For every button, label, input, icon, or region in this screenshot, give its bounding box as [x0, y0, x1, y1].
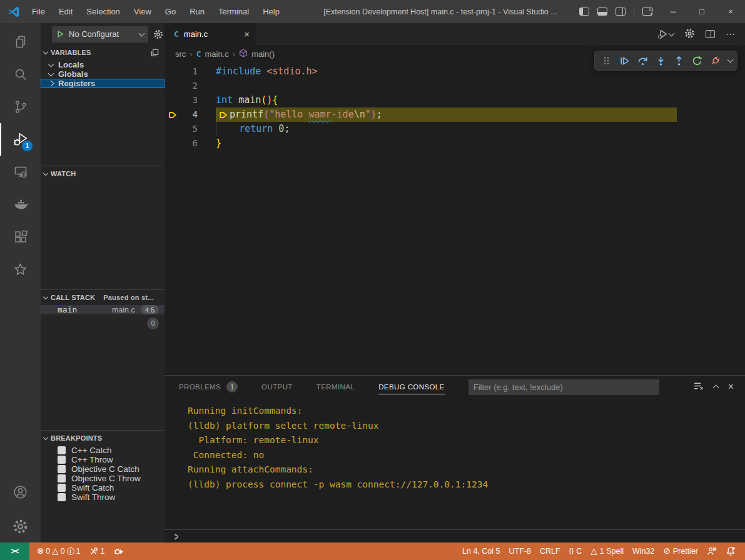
toolbar-gripper-icon[interactable] [599, 53, 614, 68]
breakpoint-checkbox[interactable] [58, 474, 66, 482]
step-over-button[interactable] [636, 53, 650, 68]
breakpoint-zone[interactable] [165, 79, 181, 93]
remote-indicator[interactable]: >< [0, 542, 29, 560]
breakpoint-zone[interactable] [165, 122, 181, 136]
spell-checker-status[interactable]: △ 1 Spell [586, 547, 628, 556]
split-editor-icon[interactable] [706, 30, 715, 38]
eol-sequence[interactable]: CRLF [535, 547, 565, 556]
activity-source-control-icon[interactable] [0, 91, 41, 123]
panel-tab-problems[interactable]: PROBLEMS1 [179, 376, 238, 398]
activity-extensions-icon[interactable] [0, 221, 41, 253]
close-button[interactable]: × [716, 0, 745, 23]
breakpoint-zone[interactable] [165, 136, 181, 151]
breakpoint-row[interactable]: Swift Throw [41, 492, 165, 502]
gutter[interactable]: 4 [165, 108, 216, 122]
activity-explorer-icon[interactable] [0, 26, 41, 58]
watch-header[interactable]: WATCH [41, 166, 165, 181]
breakpoints-header[interactable]: BREAKPOINTS [41, 431, 165, 446]
customize-layout-icon[interactable] [642, 8, 652, 16]
breakpoint-checkbox[interactable] [58, 493, 66, 501]
gutter[interactable]: 6 [165, 136, 216, 151]
call-stack-frame[interactable]: mainmain.c4:5 [41, 305, 165, 314]
menu-view[interactable]: View [127, 0, 158, 23]
call-stack-header[interactable]: CALL STACK Paused on st... [41, 290, 165, 305]
editor-area[interactable]: src › C main.c › main() [165, 45, 745, 375]
disconnect-button[interactable] [708, 53, 722, 68]
menu-help[interactable]: Help [256, 0, 286, 23]
step-into-button[interactable] [654, 53, 668, 68]
notifications-status[interactable] [721, 546, 740, 556]
panel-tab-debug-console[interactable]: DEBUG CONSOLE [378, 376, 445, 398]
breakpoint-row[interactable]: Swift Catch [41, 483, 165, 492]
continue-button[interactable] [617, 53, 632, 68]
language-mode[interactable]: {} C [565, 547, 587, 556]
gutter[interactable]: 3 [165, 93, 216, 108]
gutter[interactable]: 5 [165, 122, 216, 136]
code-lines[interactable]: 1#include <stdio.h>23int main(){4printf(… [165, 62, 745, 375]
breakpoint-row[interactable]: Objective C Catch [41, 464, 165, 474]
minimize-button[interactable]: ─ [659, 0, 687, 23]
editor-settings-gear-icon[interactable] [684, 28, 695, 41]
breakpoint-checkbox[interactable] [58, 446, 66, 454]
activity-settings-gear-icon[interactable] [0, 510, 41, 542]
tab-main-c[interactable]: C main.c × [165, 23, 256, 45]
activity-star-icon[interactable] [0, 253, 41, 286]
more-actions-icon[interactable]: ⋯ [726, 29, 736, 40]
panel-tab-terminal[interactable]: TERMINAL [317, 376, 355, 398]
menu-edit[interactable]: Edit [52, 0, 79, 23]
clear-console-icon[interactable] [693, 381, 704, 393]
menu-file[interactable]: File [25, 0, 52, 23]
breakpoint-row[interactable]: Objective C Throw [41, 474, 165, 483]
menu-terminal[interactable]: Terminal [211, 0, 256, 23]
debug-status[interactable] [109, 542, 128, 560]
gutter[interactable]: 1 [165, 64, 216, 79]
console-filter-input[interactable] [469, 379, 659, 395]
menu-run[interactable]: Run [183, 0, 211, 23]
breakpoint-row[interactable]: C++ Throw [41, 455, 165, 464]
breakpoint-row[interactable]: C++ Catch [41, 446, 165, 455]
activity-search-icon[interactable] [0, 58, 41, 91]
maximize-button[interactable]: □ [687, 0, 716, 23]
activity-account-icon[interactable] [0, 478, 41, 510]
toggle-secondary-sidebar-icon[interactable] [616, 8, 626, 16]
variables-item-globals[interactable]: Globals [41, 69, 165, 79]
debug-config-dropdown[interactable]: No Configurat [52, 26, 148, 42]
breakpoint-checkbox[interactable] [58, 484, 66, 492]
debug-settings-gear-icon[interactable] [153, 29, 163, 39]
step-out-button[interactable] [672, 53, 686, 68]
encoding[interactable]: UTF-8 [505, 547, 535, 556]
toolbar-chevron-down-icon[interactable] [727, 57, 734, 63]
run-or-debug-button[interactable] [657, 29, 674, 39]
variables-header[interactable]: VARIABLES [41, 45, 165, 60]
activity-remote-explorer-icon[interactable] [0, 156, 41, 188]
debug-console-input[interactable]: > [165, 529, 745, 542]
breakpoint-checkbox[interactable] [58, 465, 66, 473]
tools-status[interactable]: 1 [84, 542, 109, 560]
breadcrumb-file[interactable]: main.c [205, 49, 229, 59]
collapse-all-icon[interactable] [150, 48, 160, 58]
tab-close-icon[interactable]: × [244, 29, 250, 39]
formatter-status[interactable]: ⊘ Prettier [659, 547, 702, 556]
activity-run-debug-icon[interactable]: 1 [0, 123, 41, 156]
menu-go[interactable]: Go [158, 0, 183, 23]
close-panel-icon[interactable]: × [728, 381, 734, 392]
breakpoint-checkbox[interactable] [58, 456, 66, 464]
restart-button[interactable] [690, 53, 704, 68]
debug-console-output[interactable]: Running initCommands:(lldb) platform sel… [165, 398, 745, 529]
debug-current-line-arrow-icon[interactable] [165, 108, 181, 122]
platform-status[interactable]: Win32 [628, 547, 659, 556]
variables-item-locals[interactable]: Locals [41, 60, 165, 69]
breakpoint-zone[interactable] [165, 93, 181, 108]
activity-docker-icon[interactable] [0, 188, 41, 221]
menu-selection[interactable]: Selection [79, 0, 126, 23]
problems-status[interactable]: ⊗ 0 △ 0 i 1 [33, 547, 84, 556]
breadcrumb-src[interactable]: src [175, 49, 186, 59]
maximize-panel-icon[interactable] [712, 385, 719, 391]
toggle-sidebar-icon[interactable] [579, 8, 589, 16]
feedback-status[interactable] [702, 546, 721, 556]
breadcrumb-symbol[interactable]: main() [251, 49, 275, 59]
panel-tab-output[interactable]: OUTPUT [261, 376, 293, 398]
toggle-panel-icon[interactable] [597, 8, 607, 16]
cursor-position[interactable]: Ln 4, Col 5 [458, 547, 504, 556]
breakpoint-zone[interactable] [165, 64, 181, 79]
